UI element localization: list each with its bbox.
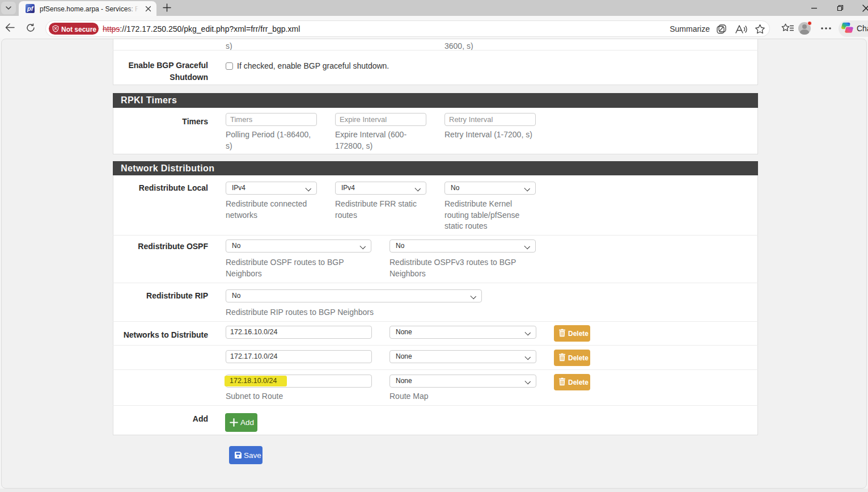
svg-text:pf: pf xyxy=(27,5,34,12)
